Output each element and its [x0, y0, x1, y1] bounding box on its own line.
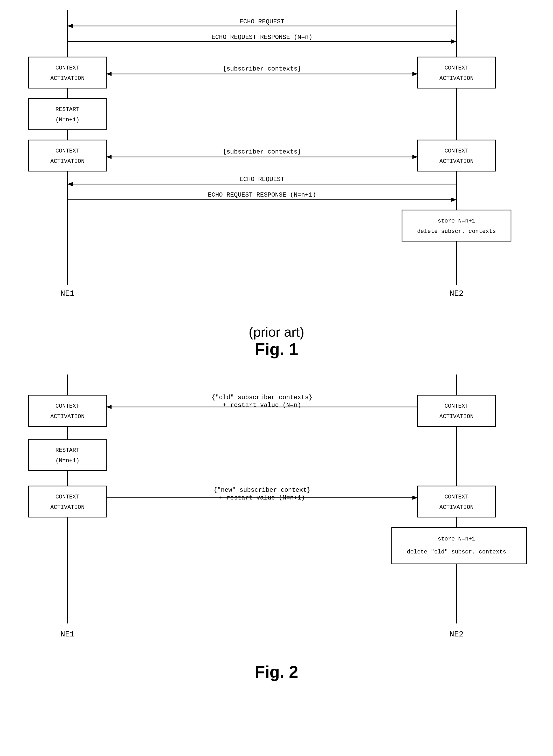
msg-old-contexts: {"old" subscriber contexts}	[212, 394, 313, 401]
msg-restart-value-2: + restart value (N=n+1)	[219, 494, 305, 501]
svg-text:(N=n+1): (N=n+1)	[56, 457, 79, 464]
svg-marker-26	[412, 155, 418, 159]
msg-new-context: {"new" subscriber context}	[214, 487, 311, 494]
svg-text:ACTIVATION: ACTIVATION	[50, 75, 85, 82]
svg-rect-15	[28, 98, 106, 130]
page: NE1 NE2 ECHO REQUEST ECHO REQUEST RESPON…	[0, 0, 553, 707]
fig1-title: (prior art) Fig. 1	[15, 324, 538, 359]
svg-text:CONTEXT: CONTEXT	[56, 494, 79, 500]
svg-text:CONTEXT: CONTEXT	[445, 148, 468, 154]
svg-text:ACTIVATION: ACTIVATION	[50, 504, 85, 511]
svg-rect-18	[28, 140, 106, 171]
svg-marker-28	[67, 182, 73, 186]
svg-text:ACTIVATION: ACTIVATION	[440, 504, 474, 511]
msg-echo-request-1: ECHO REQUEST	[240, 18, 285, 25]
svg-text:ACTIVATION: ACTIVATION	[440, 75, 474, 82]
msg-restart-value-1: + restart value (N=n)	[223, 402, 301, 409]
svg-rect-39	[418, 395, 495, 426]
svg-rect-9	[418, 57, 495, 88]
svg-text:ACTIVATION: ACTIVATION	[50, 413, 85, 420]
svg-rect-31	[402, 210, 511, 241]
svg-marker-54	[412, 496, 418, 500]
svg-rect-36	[28, 395, 106, 426]
prior-art-label: (prior art)	[15, 324, 538, 340]
msg-echo-response-2: ECHO REQUEST RESPONSE (N=n+1)	[208, 191, 316, 198]
figure-2: NE1 NE2 CONTEXT ACTIVATION CONTEXT ACTIV…	[15, 374, 538, 682]
svg-text:RESTART: RESTART	[56, 447, 79, 453]
svg-text:RESTART: RESTART	[56, 106, 79, 113]
svg-marker-5	[451, 39, 457, 44]
fig2-title: Fig. 2	[15, 662, 538, 682]
msg-echo-request-2: ECHO REQUEST	[240, 176, 285, 183]
fig1-svg: NE1 NE2 ECHO REQUEST ECHO REQUEST RESPON…	[15, 10, 538, 316]
svg-text:CONTEXT: CONTEXT	[445, 494, 468, 500]
svg-rect-55	[392, 527, 527, 564]
svg-marker-43	[106, 405, 111, 409]
svg-text:CONTEXT: CONTEXT	[56, 403, 79, 410]
svg-rect-47	[28, 486, 106, 517]
figure-1: NE1 NE2 ECHO REQUEST ECHO REQUEST RESPON…	[15, 10, 538, 359]
svg-marker-14	[412, 72, 418, 76]
svg-text:delete subscr. contexts: delete subscr. contexts	[417, 228, 496, 235]
svg-marker-30	[451, 198, 457, 202]
svg-text:store N=n+1: store N=n+1	[438, 218, 475, 224]
svg-text:ACTIVATION: ACTIVATION	[440, 413, 474, 420]
fig2-svg: NE1 NE2 CONTEXT ACTIVATION CONTEXT ACTIV…	[15, 374, 538, 655]
ne1-label-fig2: NE1	[61, 630, 74, 639]
svg-rect-21	[418, 140, 495, 171]
svg-text:CONTEXT: CONTEXT	[56, 148, 79, 154]
ne1-label-fig1: NE1	[61, 289, 74, 298]
svg-text:delete "old" subscr. contexts: delete "old" subscr. contexts	[407, 549, 506, 555]
svg-text:ACTIVATION: ACTIVATION	[440, 158, 474, 165]
msg-subscriber-contexts-1: {subscriber contexts}	[223, 65, 301, 72]
msg-echo-response-1: ECHO REQUEST RESPONSE (N=n)	[212, 34, 313, 41]
svg-marker-13	[106, 72, 111, 76]
fig1-label: Fig. 1	[15, 340, 538, 359]
svg-rect-50	[418, 486, 495, 517]
svg-marker-3	[67, 24, 73, 28]
svg-text:store N=n+1: store N=n+1	[438, 536, 475, 542]
svg-text:CONTEXT: CONTEXT	[445, 403, 468, 410]
svg-text:CONTEXT: CONTEXT	[56, 65, 79, 71]
svg-rect-44	[28, 439, 106, 471]
svg-text:ACTIVATION: ACTIVATION	[50, 158, 85, 165]
svg-text:(N=n+1): (N=n+1)	[56, 117, 79, 123]
svg-marker-25	[106, 155, 111, 159]
ne2-label-fig1: NE2	[450, 289, 464, 298]
msg-subscriber-contexts-2: {subscriber contexts}	[223, 148, 301, 155]
svg-rect-6	[28, 57, 106, 88]
fig2-label: Fig. 2	[15, 662, 538, 682]
svg-text:CONTEXT: CONTEXT	[445, 65, 468, 71]
ne2-label-fig2: NE2	[450, 630, 464, 639]
